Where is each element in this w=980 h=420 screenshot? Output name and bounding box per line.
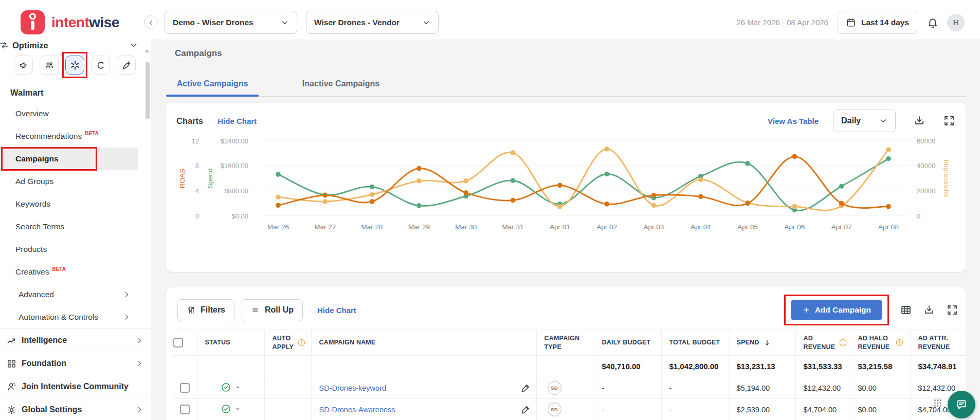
chevron-down-icon: [879, 117, 887, 125]
svg-text:$0.00: $0.00: [231, 212, 248, 220]
column-header-ad-attr-revenue[interactable]: AD ATTR. REVENUE: [910, 330, 966, 356]
chevron-left-icon: [148, 19, 155, 26]
sidebar-item-foundation[interactable]: Foundation: [0, 352, 151, 375]
scrollbar-up-arrow-icon[interactable]: [145, 49, 149, 52]
info-icon[interactable]: [297, 338, 306, 347]
total-ad-attr-revenue: $34,748.91: [910, 356, 966, 377]
sidebar-item-advanced[interactable]: Advanced: [0, 283, 138, 306]
svg-text:ROAS: ROAS: [178, 169, 186, 188]
svg-text:Mar 26: Mar 26: [267, 223, 289, 231]
sidebar-item-label: Campaigns: [15, 154, 59, 163]
account-dropdown-value: Demo - Wiser Drones: [173, 18, 253, 27]
rollup-label: Roll Up: [265, 305, 294, 315]
sidebar-item-intelligence[interactable]: Intelligence: [0, 329, 151, 352]
sidebar-item-ad-groups[interactable]: Ad Groups: [0, 170, 138, 193]
total-budget: $1,042,800.00: [661, 356, 729, 377]
sidebar-item-keywords[interactable]: Keywords: [0, 193, 138, 215]
date-preset-button[interactable]: Last 14 days: [838, 11, 917, 34]
edit-campaign-icon[interactable]: [520, 404, 531, 415]
hide-chart-link-table[interactable]: Hide Chart: [317, 306, 356, 315]
edit-campaign-icon[interactable]: [520, 382, 531, 393]
sidebar-item-overview[interactable]: Overview: [0, 102, 138, 125]
tab-inactive-campaigns[interactable]: Inactive Campaigns: [259, 71, 423, 96]
account-dropdown[interactable]: Demo - Wiser Drones: [165, 11, 297, 34]
expand-table-icon[interactable]: [946, 304, 958, 316]
swap-icon: [0, 40, 9, 50]
chevron-right-icon: [135, 336, 143, 344]
info-icon[interactable]: [895, 338, 904, 347]
expand-chart-icon[interactable]: [943, 115, 955, 127]
channel-button-instacart-channel[interactable]: [117, 56, 136, 75]
sidebar-item-label: Join Intentwise Community: [22, 382, 129, 391]
column-header-spend[interactable]: SPEND: [729, 330, 795, 356]
sidebar-item-join-intentwise-community[interactable]: Join Intentwise Community: [0, 375, 151, 398]
campaign-name-link[interactable]: SD-Drones-keyword: [319, 384, 387, 392]
sidebar-item-campaigns[interactable]: Campaigns: [0, 148, 138, 170]
date-preset-label: Last 14 days: [861, 18, 909, 27]
cell-campaign-type: SD: [536, 399, 594, 420]
table-row: SD-Drones-AwarenessSD--$2,539.00$4,704.0…: [173, 399, 966, 420]
status-active-icon[interactable]: [221, 382, 231, 393]
channel-button-walmart-channel[interactable]: [65, 56, 84, 75]
add-campaign-button[interactable]: Add Campaign: [791, 300, 882, 320]
user-avatar[interactable]: H: [947, 14, 965, 31]
status-active-icon[interactable]: [221, 404, 231, 414]
sidebar-item-creatives[interactable]: CreativesBETA: [0, 261, 138, 283]
channel-button-criteo-channel[interactable]: [91, 56, 110, 75]
column-header-status[interactable]: STATUS: [197, 330, 264, 356]
campaign-type-badge: SD: [548, 381, 561, 395]
filters-icon: [187, 305, 196, 315]
status-caret-icon[interactable]: [235, 406, 241, 412]
row-checkbox[interactable]: [180, 383, 190, 393]
download-chart-icon[interactable]: [913, 115, 925, 127]
gear-icon: [6, 405, 17, 415]
filters-button[interactable]: Filters: [177, 299, 234, 321]
campaign-name-link[interactable]: SD-Drones-Awareness: [319, 406, 395, 414]
intentwise-logo[interactable]: [21, 10, 45, 34]
column-header-ad-halo-revenue[interactable]: AD HALO REVENUE: [850, 330, 910, 356]
column-header-daily-budget[interactable]: DAILY BUDGET: [594, 330, 661, 356]
channel-button-ads-channel[interactable]: [14, 56, 33, 75]
tab-active-campaigns[interactable]: Active Campaigns: [166, 71, 259, 96]
svg-text:Impressions: Impressions: [942, 160, 950, 197]
download-table-icon[interactable]: [923, 304, 935, 316]
optimize-section-header[interactable]: Optimize: [1, 40, 138, 51]
channel-switcher: [14, 56, 151, 75]
sidebar-item-global-settings[interactable]: Global Settings: [0, 398, 151, 420]
sidebar-scrollbar-thumb[interactable]: [146, 62, 150, 119]
brand-wordmark: intentwise: [51, 14, 119, 31]
column-header-total-budget[interactable]: TOTAL BUDGET: [661, 330, 729, 356]
column-header-auto-apply[interactable]: AUTO APPLY: [264, 330, 311, 356]
select-all-checkbox[interactable]: [173, 338, 183, 348]
sort-desc-icon: [763, 339, 771, 347]
row-checkbox[interactable]: [180, 405, 190, 414]
column-header-ad-revenue[interactable]: AD REVENUE: [795, 330, 850, 356]
brand: intentwise: [0, 0, 151, 34]
sidebar: intentwise Optimize Walmart OverviewReco…: [0, 0, 151, 420]
svg-text:0: 0: [195, 212, 199, 220]
info-icon[interactable]: [839, 338, 847, 347]
sidebar-item-search-terms[interactable]: Search Terms: [0, 215, 138, 238]
channel-button-audiences-channel[interactable]: [40, 56, 59, 75]
svg-text:$800.00: $800.00: [224, 187, 248, 195]
sidebar-item-products[interactable]: Products: [0, 238, 138, 261]
rollup-button[interactable]: Roll Up: [242, 299, 303, 321]
column-settings-icon[interactable]: [900, 304, 912, 316]
hide-chart-link[interactable]: Hide Chart: [217, 117, 257, 125]
granularity-dropdown[interactable]: Daily: [833, 109, 896, 132]
status-caret-icon[interactable]: [235, 385, 241, 390]
drag-handle-icon[interactable]: [933, 398, 943, 408]
sidebar-item-automation-controls[interactable]: Automation & Controls: [0, 306, 138, 328]
charts-card-header: Charts Hide Chart View As Table Daily: [176, 109, 955, 133]
chat-widget-button[interactable]: [948, 391, 975, 418]
total-spend: $13,231.13: [729, 356, 795, 377]
notifications-bell-icon[interactable]: [927, 16, 939, 29]
column-header-campaign-type[interactable]: CAMPAIGN TYPE: [536, 330, 594, 356]
column-header-campaign-name[interactable]: CAMPAIGN NAME: [311, 330, 536, 356]
view-as-table-link[interactable]: View As Table: [768, 117, 819, 125]
sidebar-collapse-button[interactable]: [144, 15, 158, 29]
annotation-box-channel: [62, 52, 87, 78]
profile-dropdown[interactable]: Wiser Drones - Vendor: [306, 11, 439, 34]
sidebar-item-recommendations[interactable]: RecommendationsBETA: [0, 125, 138, 148]
spark-icon: [70, 60, 80, 70]
